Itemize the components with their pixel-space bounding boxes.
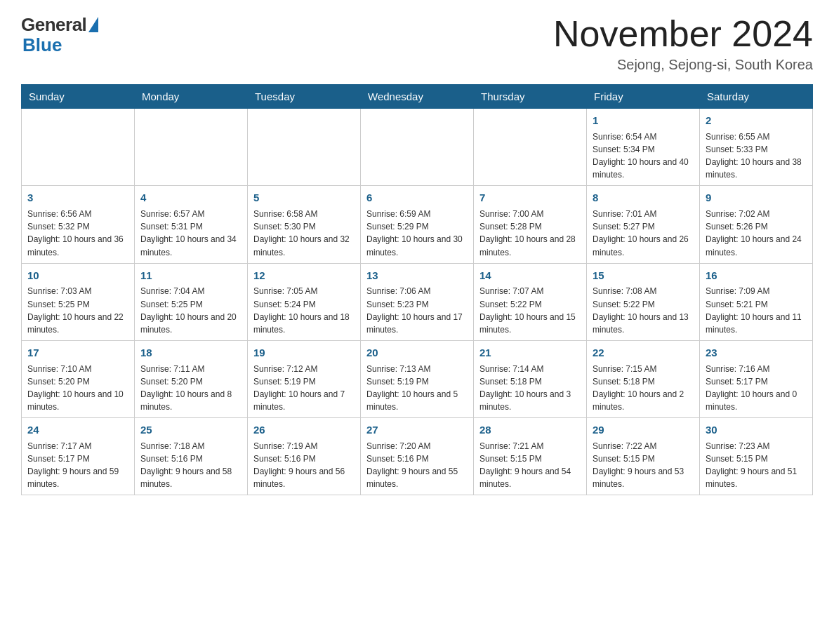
day-info: Sunrise: 7:14 AM Sunset: 5:18 PM Dayligh… <box>479 364 571 412</box>
day-number: 5 <box>253 190 355 206</box>
calendar-cell: 22Sunrise: 7:15 AM Sunset: 5:18 PM Dayli… <box>587 340 700 417</box>
day-number: 19 <box>253 345 355 361</box>
day-info: Sunrise: 7:20 AM Sunset: 5:16 PM Dayligh… <box>366 441 458 489</box>
page-header: General Blue November 2024 Sejong, Sejon… <box>21 14 813 73</box>
logo: General Blue <box>21 14 98 56</box>
weekday-header-saturday: Saturday <box>700 85 813 109</box>
day-info: Sunrise: 7:16 AM Sunset: 5:17 PM Dayligh… <box>706 364 797 412</box>
day-info: Sunrise: 7:11 AM Sunset: 5:20 PM Dayligh… <box>140 364 232 412</box>
calendar-cell: 3Sunrise: 6:56 AM Sunset: 5:32 PM Daylig… <box>22 186 135 263</box>
calendar-table: SundayMondayTuesdayWednesdayThursdayFrid… <box>21 84 813 495</box>
day-number: 8 <box>593 190 694 206</box>
day-info: Sunrise: 7:01 AM Sunset: 5:27 PM Dayligh… <box>593 209 689 257</box>
day-number: 22 <box>593 345 694 361</box>
day-number: 1 <box>593 113 694 128</box>
calendar-cell: 17Sunrise: 7:10 AM Sunset: 5:20 PM Dayli… <box>22 340 135 417</box>
day-info: Sunrise: 7:00 AM Sunset: 5:28 PM Dayligh… <box>479 209 576 257</box>
calendar-cell: 16Sunrise: 7:09 AM Sunset: 5:21 PM Dayli… <box>700 263 813 340</box>
day-number: 4 <box>140 190 241 206</box>
day-number: 30 <box>706 422 807 438</box>
day-number: 7 <box>479 190 581 206</box>
calendar-cell: 23Sunrise: 7:16 AM Sunset: 5:17 PM Dayli… <box>700 340 813 417</box>
week-row-4: 17Sunrise: 7:10 AM Sunset: 5:20 PM Dayli… <box>22 340 813 417</box>
day-info: Sunrise: 7:03 AM Sunset: 5:25 PM Dayligh… <box>27 286 124 334</box>
calendar-cell: 21Sunrise: 7:14 AM Sunset: 5:18 PM Dayli… <box>474 340 587 417</box>
logo-triangle-icon <box>88 17 98 32</box>
calendar-cell <box>361 109 474 186</box>
calendar-cell <box>248 109 361 186</box>
day-info: Sunrise: 6:57 AM Sunset: 5:31 PM Dayligh… <box>140 209 237 257</box>
day-number: 28 <box>479 422 581 438</box>
weekday-header-row: SundayMondayTuesdayWednesdayThursdayFrid… <box>22 85 813 109</box>
day-number: 17 <box>27 345 128 361</box>
calendar-cell: 9Sunrise: 7:02 AM Sunset: 5:26 PM Daylig… <box>700 186 813 263</box>
weekday-header-wednesday: Wednesday <box>361 85 474 109</box>
day-info: Sunrise: 7:10 AM Sunset: 5:20 PM Dayligh… <box>27 364 124 412</box>
weekday-header-friday: Friday <box>587 85 700 109</box>
calendar-cell: 15Sunrise: 7:08 AM Sunset: 5:22 PM Dayli… <box>587 263 700 340</box>
location-subtitle: Sejong, Sejong-si, South Korea <box>553 57 813 73</box>
day-info: Sunrise: 7:15 AM Sunset: 5:18 PM Dayligh… <box>593 364 684 412</box>
calendar-cell: 2Sunrise: 6:55 AM Sunset: 5:33 PM Daylig… <box>700 109 813 186</box>
day-number: 16 <box>706 268 807 283</box>
day-info: Sunrise: 7:19 AM Sunset: 5:16 PM Dayligh… <box>253 441 345 489</box>
day-number: 24 <box>27 422 128 438</box>
month-title: November 2024 <box>553 14 813 54</box>
calendar-cell <box>474 109 587 186</box>
calendar-cell <box>135 109 248 186</box>
day-number: 14 <box>479 268 581 283</box>
day-number: 12 <box>253 268 355 283</box>
day-info: Sunrise: 7:09 AM Sunset: 5:21 PM Dayligh… <box>706 286 802 334</box>
weekday-header-monday: Monday <box>135 85 248 109</box>
day-info: Sunrise: 7:17 AM Sunset: 5:17 PM Dayligh… <box>27 441 119 489</box>
calendar-cell: 14Sunrise: 7:07 AM Sunset: 5:22 PM Dayli… <box>474 263 587 340</box>
day-info: Sunrise: 6:55 AM Sunset: 5:33 PM Dayligh… <box>706 132 802 180</box>
day-info: Sunrise: 7:12 AM Sunset: 5:19 PM Dayligh… <box>253 364 345 412</box>
day-number: 23 <box>706 345 807 361</box>
week-row-5: 24Sunrise: 7:17 AM Sunset: 5:17 PM Dayli… <box>22 418 813 495</box>
calendar-cell: 1Sunrise: 6:54 AM Sunset: 5:34 PM Daylig… <box>587 109 700 186</box>
day-number: 10 <box>27 268 128 283</box>
day-number: 26 <box>253 422 355 438</box>
week-row-3: 10Sunrise: 7:03 AM Sunset: 5:25 PM Dayli… <box>22 263 813 340</box>
week-row-2: 3Sunrise: 6:56 AM Sunset: 5:32 PM Daylig… <box>22 186 813 263</box>
calendar-cell <box>22 109 135 186</box>
day-number: 20 <box>366 345 468 361</box>
calendar-cell: 30Sunrise: 7:23 AM Sunset: 5:15 PM Dayli… <box>700 418 813 495</box>
calendar-cell: 10Sunrise: 7:03 AM Sunset: 5:25 PM Dayli… <box>22 263 135 340</box>
calendar-cell: 13Sunrise: 7:06 AM Sunset: 5:23 PM Dayli… <box>361 263 474 340</box>
day-info: Sunrise: 7:06 AM Sunset: 5:23 PM Dayligh… <box>366 286 463 334</box>
calendar-cell: 7Sunrise: 7:00 AM Sunset: 5:28 PM Daylig… <box>474 186 587 263</box>
day-info: Sunrise: 7:23 AM Sunset: 5:15 PM Dayligh… <box>706 441 797 489</box>
calendar-cell: 19Sunrise: 7:12 AM Sunset: 5:19 PM Dayli… <box>248 340 361 417</box>
day-info: Sunrise: 7:21 AM Sunset: 5:15 PM Dayligh… <box>479 441 571 489</box>
calendar-cell: 18Sunrise: 7:11 AM Sunset: 5:20 PM Dayli… <box>135 340 248 417</box>
weekday-header-tuesday: Tuesday <box>248 85 361 109</box>
day-number: 25 <box>140 422 241 438</box>
day-number: 6 <box>366 190 468 206</box>
calendar-cell: 11Sunrise: 7:04 AM Sunset: 5:25 PM Dayli… <box>135 263 248 340</box>
week-row-1: 1Sunrise: 6:54 AM Sunset: 5:34 PM Daylig… <box>22 109 813 186</box>
day-info: Sunrise: 7:08 AM Sunset: 5:22 PM Dayligh… <box>593 286 689 334</box>
calendar-cell: 6Sunrise: 6:59 AM Sunset: 5:29 PM Daylig… <box>361 186 474 263</box>
calendar-cell: 5Sunrise: 6:58 AM Sunset: 5:30 PM Daylig… <box>248 186 361 263</box>
weekday-header-thursday: Thursday <box>474 85 587 109</box>
day-number: 18 <box>140 345 241 361</box>
day-info: Sunrise: 6:58 AM Sunset: 5:30 PM Dayligh… <box>253 209 350 257</box>
day-number: 11 <box>140 268 241 283</box>
day-info: Sunrise: 7:05 AM Sunset: 5:24 PM Dayligh… <box>253 286 350 334</box>
day-info: Sunrise: 7:02 AM Sunset: 5:26 PM Dayligh… <box>706 209 802 257</box>
day-info: Sunrise: 7:22 AM Sunset: 5:15 PM Dayligh… <box>593 441 684 489</box>
calendar-cell: 12Sunrise: 7:05 AM Sunset: 5:24 PM Dayli… <box>248 263 361 340</box>
day-info: Sunrise: 6:59 AM Sunset: 5:29 PM Dayligh… <box>366 209 463 257</box>
day-number: 3 <box>27 190 128 206</box>
day-info: Sunrise: 7:13 AM Sunset: 5:19 PM Dayligh… <box>366 364 458 412</box>
calendar-cell: 8Sunrise: 7:01 AM Sunset: 5:27 PM Daylig… <box>587 186 700 263</box>
calendar-cell: 24Sunrise: 7:17 AM Sunset: 5:17 PM Dayli… <box>22 418 135 495</box>
calendar-cell: 28Sunrise: 7:21 AM Sunset: 5:15 PM Dayli… <box>474 418 587 495</box>
calendar-cell: 27Sunrise: 7:20 AM Sunset: 5:16 PM Dayli… <box>361 418 474 495</box>
day-info: Sunrise: 7:04 AM Sunset: 5:25 PM Dayligh… <box>140 286 237 334</box>
logo-blue-text: Blue <box>21 34 62 56</box>
day-number: 13 <box>366 268 468 283</box>
day-number: 9 <box>706 190 807 206</box>
